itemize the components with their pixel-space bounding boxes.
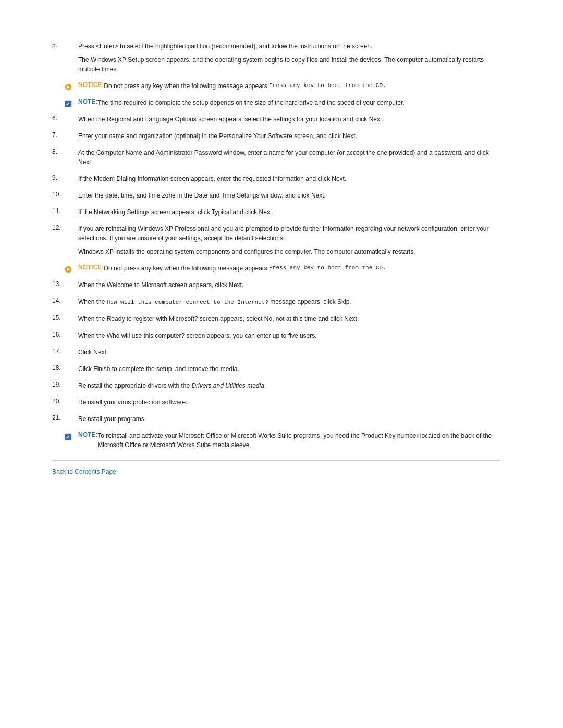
step-15-num-text: 15. bbox=[52, 314, 61, 322]
step-8-num-text: 8. bbox=[52, 148, 57, 155]
step-15-content: When the Ready to register with Microsof… bbox=[78, 314, 500, 324]
step-18: 18. Click Finish to complete the setup, … bbox=[52, 364, 500, 374]
step-7-content: Enter your name and organization (option… bbox=[78, 131, 500, 141]
note-block-1: ✓ NOTE: The time required to complete th… bbox=[52, 98, 500, 109]
step-21-num-text: 21. bbox=[52, 414, 61, 422]
note-1-text: The time required to complete the setup … bbox=[97, 98, 404, 107]
step-12-content: If you are reinstalling Windows XP Profe… bbox=[78, 224, 500, 256]
note-icon-1: ✓ bbox=[63, 98, 74, 109]
notice-block-2: NOTICE: Do not press any key when the fo… bbox=[52, 264, 500, 275]
note-content-2: NOTE: To reinstall and activate your Mic… bbox=[78, 431, 500, 450]
step-10-content: Enter the date, time, and time zone in t… bbox=[78, 191, 500, 200]
notice-icon-2 bbox=[63, 264, 74, 275]
step-8-content: At the Computer Name and Administrator P… bbox=[78, 148, 500, 167]
notice-1-text-prefix: Do not press any key when the following … bbox=[104, 81, 269, 91]
step-14-text-suffix: message appears, click Skip. bbox=[268, 298, 351, 305]
step-12-text: If you are reinstalling Windows XP Profe… bbox=[78, 225, 489, 242]
step-13: 13. When the Welcome to Microsoft screen… bbox=[52, 280, 500, 290]
notice-icon-1 bbox=[63, 81, 74, 93]
step-12-subpara: Windows XP installs the operating system… bbox=[78, 247, 500, 256]
step-17-num-text: 17. bbox=[52, 348, 61, 355]
step-5-number: 5. bbox=[52, 42, 78, 74]
step-17-number: 17. bbox=[52, 348, 78, 357]
notice-block-1: NOTICE: Do not press any key when the fo… bbox=[52, 81, 500, 93]
step-6-content: When the Regional and Language Options s… bbox=[78, 115, 500, 124]
step-11: 11. If the Networking Settings screen ap… bbox=[52, 207, 500, 217]
step-8: 8. At the Computer Name and Administrato… bbox=[52, 148, 500, 167]
step-14-number: 14. bbox=[52, 297, 78, 307]
step-17-content: Click Next. bbox=[78, 348, 500, 357]
step-21-number: 21. bbox=[52, 414, 78, 424]
step-14: 14. When the How will this computer conn… bbox=[52, 297, 500, 307]
step-11-number: 11. bbox=[52, 207, 78, 217]
notice-1-label: NOTICE: bbox=[78, 81, 104, 89]
step-6: 6. When the Regional and Language Option… bbox=[52, 115, 500, 124]
step-10-num-text: 10. bbox=[52, 191, 61, 198]
note-content-1: NOTE: The time required to complete the … bbox=[78, 98, 405, 107]
notice-content-2: NOTICE: Do not press any key when the fo… bbox=[78, 264, 386, 273]
step-19-number: 19. bbox=[52, 381, 78, 390]
note-1-label: NOTE: bbox=[78, 98, 97, 105]
step-19-content: Reinstall the appropriate drivers with t… bbox=[78, 381, 500, 390]
notice-2-label: NOTICE: bbox=[78, 264, 104, 271]
step-19-num-text: 19. bbox=[52, 381, 61, 388]
step-14-content: When the How will this computer connect … bbox=[78, 297, 500, 307]
note-2-label: NOTE: bbox=[78, 431, 97, 438]
step-14-num-text: 14. bbox=[52, 297, 61, 304]
step-20: 20. Reinstall your virus protection soft… bbox=[52, 398, 500, 407]
step-5-subpara: The Windows XP Setup screen appears, and… bbox=[78, 55, 500, 74]
step-18-content: Click Finish to complete the setup, and … bbox=[78, 364, 500, 374]
svg-text:✓: ✓ bbox=[66, 434, 70, 439]
step-8-number: 8. bbox=[52, 148, 78, 167]
step-12-num-text: 12. bbox=[52, 224, 61, 231]
step-5-num-text: 5. bbox=[52, 42, 57, 49]
step-20-number: 20. bbox=[52, 398, 78, 407]
notice-2-text-prefix: Do not press any key when the following … bbox=[104, 264, 269, 273]
step-6-num-text: 6. bbox=[52, 115, 57, 122]
step-19-text-prefix: Reinstall the appropriate drivers with t… bbox=[78, 382, 191, 389]
step-7: 7. Enter your name and organization (opt… bbox=[52, 131, 500, 141]
note-block-2: ✓ NOTE: To reinstall and activate your M… bbox=[52, 431, 500, 450]
step-20-content: Reinstall your virus protection software… bbox=[78, 398, 500, 407]
step-13-number: 13. bbox=[52, 280, 78, 290]
step-19-text-suffix: . bbox=[264, 382, 266, 389]
step-16-num-text: 16. bbox=[52, 331, 61, 338]
step-9-number: 9. bbox=[52, 174, 78, 183]
step-9: 9. If the Modem Dialing Information scre… bbox=[52, 174, 500, 183]
notice-2-code: Press any key to boot from the CD. bbox=[269, 264, 386, 273]
page-divider bbox=[52, 460, 500, 461]
step-18-num-text: 18. bbox=[52, 364, 61, 372]
svg-text:✓: ✓ bbox=[66, 101, 70, 107]
step-17: 17. Click Next. bbox=[52, 348, 500, 357]
step-5-text: Press <Enter> to select the highlighted … bbox=[78, 43, 372, 50]
step-5-content: Press <Enter> to select the highlighted … bbox=[78, 42, 500, 74]
notice-content-1: NOTICE: Do not press any key when the fo… bbox=[78, 81, 386, 91]
step-21-content: Reinstall your programs. bbox=[78, 414, 500, 424]
step-9-num-text: 9. bbox=[52, 174, 57, 181]
step-12: 12. If you are reinstalling Windows XP P… bbox=[52, 224, 500, 256]
step-14-code: How will this computer connect to the In… bbox=[107, 299, 268, 305]
step-7-num-text: 7. bbox=[52, 131, 57, 139]
step-11-num-text: 11. bbox=[52, 207, 61, 215]
step-14-text-prefix: When the bbox=[78, 298, 107, 305]
step-16-number: 16. bbox=[52, 331, 78, 340]
step-7-number: 7. bbox=[52, 131, 78, 141]
step-12-number: 12. bbox=[52, 224, 78, 256]
page-container: 5. Press <Enter> to select the highlight… bbox=[0, 0, 563, 517]
step-16: 16. When the Who will use this computer?… bbox=[52, 331, 500, 340]
step-19-italic: Drivers and Utilities media bbox=[191, 382, 264, 389]
step-5: 5. Press <Enter> to select the highlight… bbox=[52, 42, 500, 74]
step-6-number: 6. bbox=[52, 115, 78, 124]
step-21: 21. Reinstall your programs. bbox=[52, 414, 500, 424]
notice-1-code: Press any key to boot from the CD. bbox=[269, 81, 386, 90]
step-13-content: When the Welcome to Microsoft screen app… bbox=[78, 280, 500, 290]
step-18-number: 18. bbox=[52, 364, 78, 374]
step-19: 19. Reinstall the appropriate drivers wi… bbox=[52, 381, 500, 390]
step-20-num-text: 20. bbox=[52, 398, 61, 405]
step-9-content: If the Modem Dialing Information screen … bbox=[78, 174, 500, 183]
step-15: 15. When the Ready to register with Micr… bbox=[52, 314, 500, 324]
step-15-number: 15. bbox=[52, 314, 78, 324]
step-16-content: When the Who will use this computer? scr… bbox=[78, 331, 500, 340]
step-13-num-text: 13. bbox=[52, 280, 61, 288]
back-to-contents-link[interactable]: Back to Contents Page bbox=[52, 468, 116, 475]
